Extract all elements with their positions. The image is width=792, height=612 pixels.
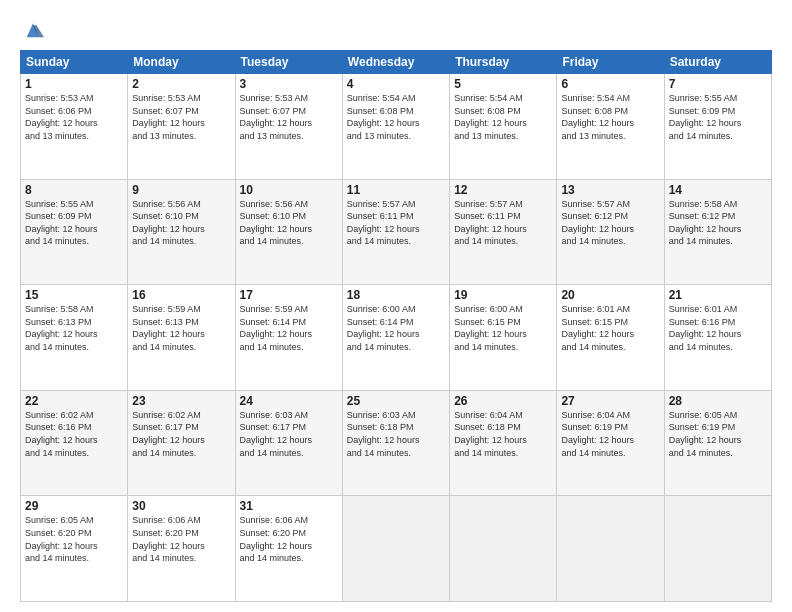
weekday-header-friday: Friday (557, 51, 664, 74)
calendar-header-row: SundayMondayTuesdayWednesdayThursdayFrid… (21, 51, 772, 74)
calendar-cell (450, 496, 557, 602)
day-number: 31 (240, 499, 338, 513)
day-info: Sunrise: 6:04 AM Sunset: 6:19 PM Dayligh… (561, 409, 659, 459)
day-info: Sunrise: 6:00 AM Sunset: 6:14 PM Dayligh… (347, 303, 445, 353)
day-number: 15 (25, 288, 123, 302)
day-info: Sunrise: 6:02 AM Sunset: 6:16 PM Dayligh… (25, 409, 123, 459)
day-number: 16 (132, 288, 230, 302)
calendar-cell: 21Sunrise: 6:01 AM Sunset: 6:16 PM Dayli… (664, 285, 771, 391)
weekday-header-sunday: Sunday (21, 51, 128, 74)
day-info: Sunrise: 5:58 AM Sunset: 6:13 PM Dayligh… (25, 303, 123, 353)
calendar-cell: 11Sunrise: 5:57 AM Sunset: 6:11 PM Dayli… (342, 179, 449, 285)
calendar-cell: 16Sunrise: 5:59 AM Sunset: 6:13 PM Dayli… (128, 285, 235, 391)
day-info: Sunrise: 5:54 AM Sunset: 6:08 PM Dayligh… (347, 92, 445, 142)
day-number: 3 (240, 77, 338, 91)
calendar-cell (664, 496, 771, 602)
day-number: 5 (454, 77, 552, 91)
calendar-cell: 31Sunrise: 6:06 AM Sunset: 6:20 PM Dayli… (235, 496, 342, 602)
weekday-header-saturday: Saturday (664, 51, 771, 74)
day-number: 21 (669, 288, 767, 302)
day-info: Sunrise: 6:03 AM Sunset: 6:17 PM Dayligh… (240, 409, 338, 459)
calendar-cell: 12Sunrise: 5:57 AM Sunset: 6:11 PM Dayli… (450, 179, 557, 285)
calendar-cell: 10Sunrise: 5:56 AM Sunset: 6:10 PM Dayli… (235, 179, 342, 285)
day-number: 9 (132, 183, 230, 197)
day-number: 4 (347, 77, 445, 91)
calendar-cell: 18Sunrise: 6:00 AM Sunset: 6:14 PM Dayli… (342, 285, 449, 391)
day-number: 28 (669, 394, 767, 408)
calendar-body: 1Sunrise: 5:53 AM Sunset: 6:06 PM Daylig… (21, 74, 772, 602)
day-number: 10 (240, 183, 338, 197)
calendar-week-1: 1Sunrise: 5:53 AM Sunset: 6:06 PM Daylig… (21, 74, 772, 180)
day-info: Sunrise: 5:55 AM Sunset: 6:09 PM Dayligh… (25, 198, 123, 248)
day-number: 8 (25, 183, 123, 197)
day-number: 7 (669, 77, 767, 91)
day-info: Sunrise: 5:57 AM Sunset: 6:11 PM Dayligh… (454, 198, 552, 248)
day-number: 27 (561, 394, 659, 408)
day-number: 11 (347, 183, 445, 197)
calendar-week-5: 29Sunrise: 6:05 AM Sunset: 6:20 PM Dayli… (21, 496, 772, 602)
day-number: 12 (454, 183, 552, 197)
calendar-week-3: 15Sunrise: 5:58 AM Sunset: 6:13 PM Dayli… (21, 285, 772, 391)
day-info: Sunrise: 5:56 AM Sunset: 6:10 PM Dayligh… (240, 198, 338, 248)
day-number: 17 (240, 288, 338, 302)
day-number: 24 (240, 394, 338, 408)
calendar-cell: 2Sunrise: 5:53 AM Sunset: 6:07 PM Daylig… (128, 74, 235, 180)
day-number: 6 (561, 77, 659, 91)
calendar-cell: 30Sunrise: 6:06 AM Sunset: 6:20 PM Dayli… (128, 496, 235, 602)
calendar-cell: 26Sunrise: 6:04 AM Sunset: 6:18 PM Dayli… (450, 390, 557, 496)
weekday-header-monday: Monday (128, 51, 235, 74)
day-number: 19 (454, 288, 552, 302)
day-info: Sunrise: 5:53 AM Sunset: 6:07 PM Dayligh… (132, 92, 230, 142)
day-info: Sunrise: 6:06 AM Sunset: 6:20 PM Dayligh… (240, 514, 338, 564)
header (20, 16, 772, 42)
day-info: Sunrise: 6:05 AM Sunset: 6:20 PM Dayligh… (25, 514, 123, 564)
day-info: Sunrise: 5:55 AM Sunset: 6:09 PM Dayligh… (669, 92, 767, 142)
day-info: Sunrise: 6:02 AM Sunset: 6:17 PM Dayligh… (132, 409, 230, 459)
calendar-cell: 13Sunrise: 5:57 AM Sunset: 6:12 PM Dayli… (557, 179, 664, 285)
calendar-cell: 17Sunrise: 5:59 AM Sunset: 6:14 PM Dayli… (235, 285, 342, 391)
day-info: Sunrise: 6:01 AM Sunset: 6:15 PM Dayligh… (561, 303, 659, 353)
logo (20, 20, 44, 42)
calendar-cell: 14Sunrise: 5:58 AM Sunset: 6:12 PM Dayli… (664, 179, 771, 285)
calendar-cell (342, 496, 449, 602)
day-info: Sunrise: 6:06 AM Sunset: 6:20 PM Dayligh… (132, 514, 230, 564)
calendar-cell: 19Sunrise: 6:00 AM Sunset: 6:15 PM Dayli… (450, 285, 557, 391)
day-info: Sunrise: 5:57 AM Sunset: 6:12 PM Dayligh… (561, 198, 659, 248)
calendar-cell: 6Sunrise: 5:54 AM Sunset: 6:08 PM Daylig… (557, 74, 664, 180)
day-number: 23 (132, 394, 230, 408)
day-info: Sunrise: 6:03 AM Sunset: 6:18 PM Dayligh… (347, 409, 445, 459)
day-info: Sunrise: 5:56 AM Sunset: 6:10 PM Dayligh… (132, 198, 230, 248)
calendar-cell: 9Sunrise: 5:56 AM Sunset: 6:10 PM Daylig… (128, 179, 235, 285)
weekday-header-tuesday: Tuesday (235, 51, 342, 74)
weekday-header-thursday: Thursday (450, 51, 557, 74)
day-info: Sunrise: 5:53 AM Sunset: 6:06 PM Dayligh… (25, 92, 123, 142)
calendar-cell: 27Sunrise: 6:04 AM Sunset: 6:19 PM Dayli… (557, 390, 664, 496)
calendar-cell: 20Sunrise: 6:01 AM Sunset: 6:15 PM Dayli… (557, 285, 664, 391)
day-number: 18 (347, 288, 445, 302)
calendar-cell: 5Sunrise: 5:54 AM Sunset: 6:08 PM Daylig… (450, 74, 557, 180)
calendar-cell (557, 496, 664, 602)
day-number: 1 (25, 77, 123, 91)
day-info: Sunrise: 5:59 AM Sunset: 6:13 PM Dayligh… (132, 303, 230, 353)
calendar-cell: 22Sunrise: 6:02 AM Sunset: 6:16 PM Dayli… (21, 390, 128, 496)
calendar-cell: 24Sunrise: 6:03 AM Sunset: 6:17 PM Dayli… (235, 390, 342, 496)
day-info: Sunrise: 6:05 AM Sunset: 6:19 PM Dayligh… (669, 409, 767, 459)
calendar-week-4: 22Sunrise: 6:02 AM Sunset: 6:16 PM Dayli… (21, 390, 772, 496)
calendar-table: SundayMondayTuesdayWednesdayThursdayFrid… (20, 50, 772, 602)
day-info: Sunrise: 5:54 AM Sunset: 6:08 PM Dayligh… (454, 92, 552, 142)
calendar-cell: 8Sunrise: 5:55 AM Sunset: 6:09 PM Daylig… (21, 179, 128, 285)
day-number: 14 (669, 183, 767, 197)
calendar-cell: 28Sunrise: 6:05 AM Sunset: 6:19 PM Dayli… (664, 390, 771, 496)
day-number: 22 (25, 394, 123, 408)
logo-icon (22, 20, 44, 42)
calendar-cell: 4Sunrise: 5:54 AM Sunset: 6:08 PM Daylig… (342, 74, 449, 180)
day-number: 29 (25, 499, 123, 513)
day-info: Sunrise: 5:57 AM Sunset: 6:11 PM Dayligh… (347, 198, 445, 248)
calendar-cell: 23Sunrise: 6:02 AM Sunset: 6:17 PM Dayli… (128, 390, 235, 496)
day-info: Sunrise: 5:54 AM Sunset: 6:08 PM Dayligh… (561, 92, 659, 142)
day-number: 20 (561, 288, 659, 302)
calendar-cell: 7Sunrise: 5:55 AM Sunset: 6:09 PM Daylig… (664, 74, 771, 180)
day-number: 26 (454, 394, 552, 408)
day-info: Sunrise: 6:04 AM Sunset: 6:18 PM Dayligh… (454, 409, 552, 459)
calendar-cell: 3Sunrise: 5:53 AM Sunset: 6:07 PM Daylig… (235, 74, 342, 180)
